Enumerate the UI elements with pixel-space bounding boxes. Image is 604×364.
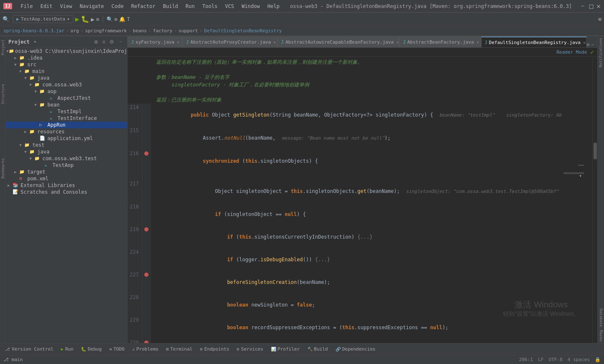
menu-file[interactable]: File [17, 3, 36, 10]
tab-close-dsbr[interactable]: ✕ [582, 40, 586, 45]
tab-abstractbeanfactory[interactable]: J AbstractBeanFactory.java ✕ [399, 36, 481, 47]
tree-arrow-bean[interactable]: ▼ [34, 103, 39, 107]
maven-label[interactable]: Maven [598, 328, 604, 343]
structure-vert-tab[interactable]: Structure [1, 82, 5, 106]
breakpoint-219[interactable] [144, 227, 148, 231]
toolbar-btn-notifications[interactable]: 🔔 [119, 16, 125, 22]
tree-item-java-test[interactable]: ▼ 📁 java [6, 148, 127, 155]
run-button[interactable]: ▶ [75, 15, 79, 23]
tree-item-bean[interactable]: ▼ 📁 bean [6, 101, 127, 108]
tree-item-project[interactable]: ▼ 📁 ossa-web3 C:\Users\sunjinxin\IdeaPro… [6, 48, 127, 55]
tree-arrow-ext-libs[interactable]: ▶ [8, 183, 13, 187]
tree-item-testinterface[interactable]: ▶ ☕ TestInterface [6, 115, 127, 122]
tree-arrow-com-ossa[interactable]: ▼ [29, 83, 34, 87]
tab-services[interactable]: ⚙ Services [234, 346, 267, 353]
tab-abstractautowire[interactable]: J AbstractAutowireCapableBeanFactory.jav… [277, 36, 399, 47]
debug-dropdown-box[interactable]: ▾ [564, 172, 584, 174]
tab-debug[interactable]: 🐛 Debug [78, 346, 105, 353]
tree-item-testimpl[interactable]: ▶ ☕ TestImpl [6, 108, 127, 115]
menu-edit[interactable]: Edit [37, 3, 56, 10]
debug-dropdown-arrow[interactable]: ▾ [579, 173, 582, 179]
reader-mode-check[interactable]: ✓ [591, 49, 594, 55]
scrollbar-track[interactable] [592, 57, 597, 343]
bc-springframework[interactable]: springframework [85, 28, 127, 34]
tab-todo[interactable]: ≡ TODO [106, 346, 128, 353]
menu-tools[interactable]: Tools [199, 3, 221, 10]
menu-window[interactable]: Window [238, 3, 263, 10]
tab-build[interactable]: 🔨 Build [304, 346, 331, 353]
tree-item-scratches[interactable]: ▶ 📝 Scratches and Consoles [6, 189, 127, 195]
database-label[interactable]: Database [598, 307, 604, 328]
tab-endpoints[interactable]: ⚙ Endpoints [197, 346, 233, 353]
bookmarks-vert-tab[interactable]: Bookmarks [1, 156, 5, 180]
bc-org[interactable]: org [70, 28, 79, 34]
tree-item-com-ossa-test[interactable]: ▼ 📁 com.ossa.web3.test [6, 155, 127, 162]
coverage-button[interactable]: ▶ [91, 16, 94, 23]
more-run-icon[interactable]: ⚙ [96, 16, 99, 22]
tree-item-resources[interactable]: ▶ 📁 resources [6, 128, 127, 135]
minimize-btn[interactable]: － [579, 2, 586, 10]
tab-dependencies[interactable]: 🔗 Dependencies [332, 346, 379, 353]
tree-item-aspectjtest[interactable]: ▶ ☕ AspectJTest [6, 95, 127, 101]
tree-arrow-java[interactable]: ▼ [24, 76, 29, 80]
tree-item-appyml[interactable]: ▶ 📄 application.yml [6, 135, 127, 142]
git-branch[interactable]: ⎇ main [3, 357, 23, 362]
bc-jar[interactable]: spring-beans-6.0.3.jar [3, 28, 65, 34]
menu-build[interactable]: Build [159, 3, 181, 10]
tree-item-src[interactable]: ▼ 📁 src [6, 61, 127, 68]
tab-close-xyfactory[interactable]: ✕ [176, 40, 180, 44]
tree-item-apprun[interactable]: ▶ ▷ AppRun [6, 122, 127, 128]
menu-vcs[interactable]: VCS [221, 3, 237, 10]
tab-split-icon[interactable]: ⊞ [587, 42, 590, 47]
tab-xyfactory[interactable]: J xyFactory.java ✕ [128, 36, 182, 47]
status-indent[interactable]: 4 spaces [568, 357, 590, 362]
toolbar-btn-translate[interactable]: T [127, 16, 130, 22]
tab-run[interactable]: ▶ Run [57, 346, 77, 353]
status-line-col[interactable]: 206:1 [519, 357, 533, 362]
tab-problems[interactable]: ⚠ Problems [129, 346, 162, 353]
menu-refactor[interactable]: Refactor [128, 3, 159, 10]
reader-mode-label[interactable]: Reader Mode [557, 49, 587, 55]
breakpoint-230[interactable] [144, 341, 148, 343]
tree-item-target[interactable]: ▶ 📁 target [6, 169, 127, 175]
bc-factory[interactable]: factory [153, 28, 172, 34]
sidebar-collapse-btn[interactable]: ≡ [101, 38, 107, 46]
tree-arrow-aop[interactable]: ▼ [34, 89, 39, 94]
menu-code[interactable]: Code [108, 3, 127, 10]
sidebar-sync-btn[interactable]: ⊕ [93, 38, 99, 46]
sidebar-close-btn[interactable]: － [117, 38, 125, 46]
tree-arrow-idea[interactable]: ▶ [14, 56, 19, 60]
tree-item-com-ossa[interactable]: ▼ 📁 com.ossa.web3 [6, 81, 127, 88]
search-everywhere-icon[interactable]: 🔍 [3, 16, 9, 22]
close-btn[interactable]: ✕ [596, 2, 601, 10]
menu-run[interactable]: Run [182, 3, 198, 10]
status-lf[interactable]: LF [538, 357, 544, 362]
code-editor[interactable]: 返回在给定名称下注册的（原始）单一实例对象，如果尚未注册，则创建并注册一个新对象… [128, 57, 592, 343]
debug-button[interactable]: 🐛 [81, 15, 89, 23]
tab-close-aap[interactable]: ✕ [273, 40, 277, 44]
tab-version-control[interactable]: ⎇ Version Control [2, 346, 57, 353]
tree-arrow-src[interactable]: ▼ [14, 62, 19, 67]
tab-defaultsingleton[interactable]: J DefaultSingletonBeanRegistry.java ✕ [481, 36, 587, 47]
tree-item-ext-libs[interactable]: ▶ 📚 External Libraries [6, 182, 127, 189]
tree-arrow-main[interactable]: ▼ [19, 69, 24, 73]
bc-class[interactable]: DefaultSingletonBeanRegistry [204, 28, 282, 34]
project-vert-tab[interactable]: Project [1, 38, 5, 57]
tree-arrow-target[interactable]: ▶ [14, 170, 19, 174]
tree-item-main[interactable]: ▼ 📁 main [6, 68, 127, 75]
tree-item-testaop[interactable]: ▶ ☕ TestAop [6, 162, 127, 169]
bc-support[interactable]: support [179, 28, 198, 34]
toolbar-layout-icon[interactable]: ⊞ [599, 16, 601, 22]
toolbar-btn-settings[interactable]: ⚙ [115, 16, 117, 22]
status-encoding[interactable]: UTF-8 [549, 357, 562, 362]
bc-beans[interactable]: beans [133, 28, 147, 34]
menu-navigate[interactable]: Navigate [76, 3, 107, 10]
notifications-label[interactable]: Notifications [598, 36, 604, 69]
breakpoint-216[interactable] [144, 151, 148, 156]
breakpoint-227[interactable] [144, 273, 148, 277]
tree-item-java[interactable]: ▼ 📁 java [6, 75, 127, 81]
sidebar-dropdown[interactable]: ▾ [34, 39, 36, 44]
tree-item-pom[interactable]: ▶ m pom.xml [6, 175, 127, 182]
scrollbar-thumb[interactable] [594, 143, 597, 159]
tree-item-idea[interactable]: ▶ 📁 .idea [6, 55, 127, 61]
